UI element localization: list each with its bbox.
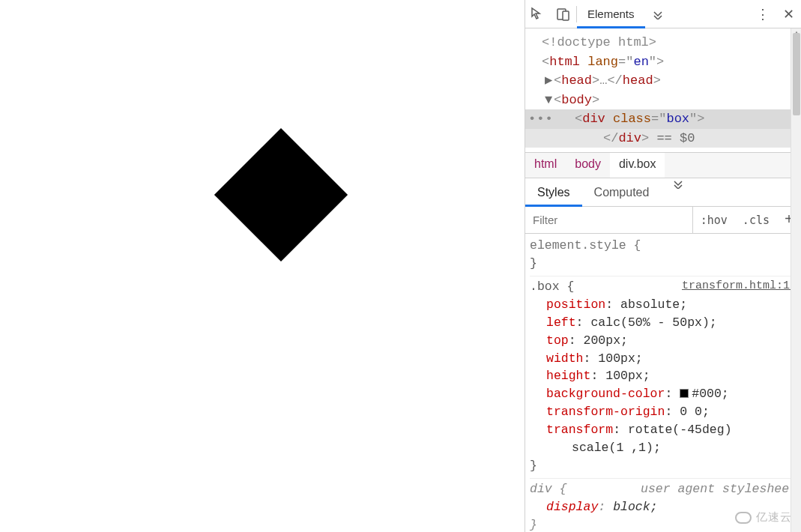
source-link[interactable]: transform.html:13 <box>682 278 797 296</box>
scroll-thumb[interactable] <box>793 33 800 115</box>
styles-tab-row: Styles Computed <box>525 178 801 207</box>
breadcrumb: html body div.box <box>525 153 801 178</box>
kebab-menu-icon[interactable]: ⋮ <box>750 0 776 28</box>
selected-dots-icon: ••• <box>528 109 554 129</box>
dom-html-open[interactable]: <html lang="en"> <box>530 52 800 72</box>
dom-doctype[interactable]: <!doctype html> <box>530 33 800 52</box>
more-tabs-icon[interactable] <box>645 0 671 28</box>
rule-inline[interactable]: element.style { } <box>530 237 797 276</box>
device-toolbar-icon[interactable] <box>551 0 576 28</box>
crumb-divbox[interactable]: div.box <box>610 153 665 178</box>
devtools-panel: Elements ⋮ ✕ <!doctype html> <html lang=… <box>525 0 801 532</box>
watermark-text: 亿速云 <box>756 510 792 525</box>
hov-toggle[interactable]: :hov <box>693 214 735 227</box>
ua-source-label: user agent stylesheet <box>641 480 797 498</box>
color-swatch-icon[interactable] <box>680 389 689 398</box>
dom-tree[interactable]: <!doctype html> <html lang="en"> ▶<head>… <box>525 28 801 153</box>
cls-toggle[interactable]: .cls <box>735 214 777 227</box>
scrollbar[interactable]: ▴ <box>791 28 801 532</box>
styles-filter-input[interactable] <box>525 207 693 233</box>
dom-div-open[interactable]: ••• <div class="box"> <box>525 109 800 129</box>
crumb-html[interactable]: html <box>525 153 566 178</box>
more-style-tabs-icon[interactable] <box>661 178 695 207</box>
dom-div-close[interactable]: </div> == $0 <box>525 129 800 148</box>
crumb-body[interactable]: body <box>566 153 610 178</box>
svg-rect-1 <box>563 11 569 20</box>
rotated-box <box>214 128 348 262</box>
devtools-toolbar: Elements ⋮ ✕ <box>525 0 801 28</box>
dom-head[interactable]: ▶<head>…</head> <box>530 71 800 91</box>
expand-triangle-icon[interactable]: ▶ <box>545 71 554 91</box>
styles-filter-row: :hov .cls + <box>525 207 801 234</box>
styles-rules-pane[interactable]: element.style { } .box { transform.html:… <box>525 234 801 532</box>
collapse-triangle-icon[interactable]: ▼ <box>545 91 554 110</box>
watermark: 亿速云 <box>735 510 792 525</box>
rule-box[interactable]: .box { transform.html:13 position: absol… <box>530 278 797 479</box>
elements-tab[interactable]: Elements <box>577 0 645 28</box>
inspect-icon[interactable] <box>525 0 551 28</box>
tab-styles[interactable]: Styles <box>525 178 582 207</box>
tab-computed[interactable]: Computed <box>582 178 662 207</box>
watermark-icon <box>735 512 752 524</box>
page-viewport <box>0 0 525 532</box>
close-icon[interactable]: ✕ <box>776 0 801 28</box>
dom-body-open[interactable]: ▼<body> <box>530 91 800 110</box>
